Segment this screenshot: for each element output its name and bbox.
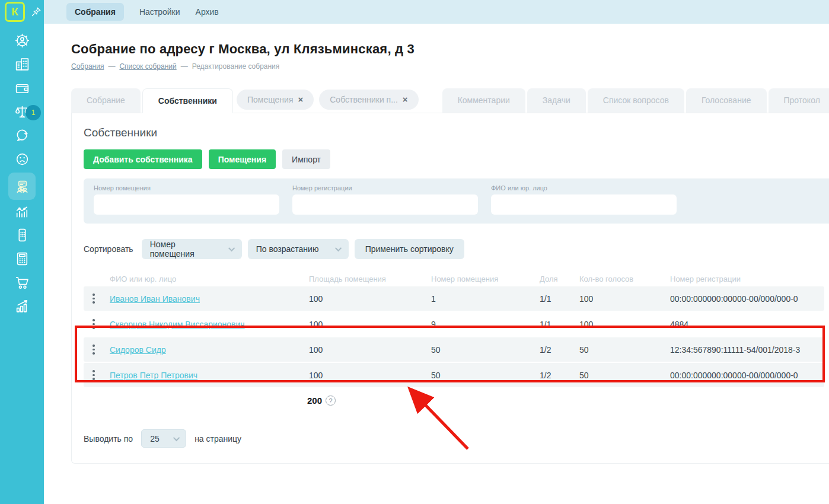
- table-row: Иванов Иван Иванович10011/110000:00:0000…: [84, 286, 824, 311]
- tab[interactable]: Голосование: [686, 88, 767, 113]
- filter-label: Номер регистрации: [292, 184, 478, 192]
- sidebar-item-building[interactable]: [0, 53, 44, 77]
- room-number-cell: 9: [431, 320, 540, 329]
- notification-badge: 1: [25, 105, 41, 120]
- help-icon[interactable]: ?: [326, 395, 336, 406]
- pin-icon[interactable]: [31, 7, 42, 17]
- tab-pill[interactable]: Собственники п...×: [319, 90, 418, 110]
- area-cell: 100: [309, 371, 431, 380]
- sidebar-item-calculator[interactable]: [0, 248, 44, 272]
- owner-name-link[interactable]: Сидоров Сидр: [110, 345, 166, 355]
- sort-field-value: Номер помещения: [150, 240, 221, 259]
- growth-icon: [14, 298, 30, 314]
- room-number-cell: 1: [431, 294, 540, 304]
- row-actions-cell: [84, 319, 110, 329]
- top-nav-item-active[interactable]: Собрания: [66, 3, 124, 21]
- sidebar-item-meeting[interactable]: [0, 172, 44, 200]
- secondary-action-button[interactable]: Импорт: [282, 149, 330, 169]
- kebab-menu-icon[interactable]: [93, 370, 98, 380]
- calculator-icon: [14, 251, 30, 267]
- sidebar-item-stats[interactable]: [0, 200, 44, 224]
- tab[interactable]: Протокол: [769, 88, 829, 113]
- sidebar-item-scales[interactable]: 1: [0, 101, 44, 125]
- filter-field: Номер помещения: [94, 184, 279, 224]
- sidebar-item-phone[interactable]: [0, 224, 44, 248]
- total-area-value: 200: [307, 395, 322, 406]
- meeting-icon: [14, 178, 30, 194]
- owner-name-link[interactable]: Петров Петр Петрович: [110, 371, 197, 380]
- kebab-menu-icon[interactable]: [93, 344, 98, 355]
- sidebar-item-cart[interactable]: [0, 272, 44, 295]
- per-page-select[interactable]: 25: [141, 429, 186, 448]
- sort-row: Сортировать Номер помещения По возрастан…: [84, 239, 829, 259]
- registration-number-cell: 12:34:567890:11111-54/001/2018-3: [670, 345, 824, 355]
- filter-field: Номер регистрации: [292, 184, 478, 224]
- filter-label: Номер помещения: [94, 184, 279, 192]
- close-icon[interactable]: ×: [298, 95, 303, 104]
- breadcrumb: Собрания—Список собраний—Редактирование …: [71, 62, 829, 71]
- sidebar-item-sad-face[interactable]: [0, 148, 44, 172]
- sidebar-item-settings-user[interactable]: [0, 30, 44, 53]
- sidebar-item-chat-add[interactable]: [0, 125, 44, 148]
- votes-cell: 100: [579, 294, 670, 304]
- close-icon[interactable]: ×: [403, 95, 408, 104]
- phone-icon: [14, 227, 30, 243]
- chevron-down-icon: [173, 434, 180, 441]
- sidebar: К 1: [0, 0, 44, 504]
- tab[interactable]: Собрание: [71, 88, 141, 113]
- row-actions-cell: [84, 344, 110, 355]
- sidebar-menu: 1: [0, 30, 44, 319]
- column-header: ФИО или юр. лицо: [110, 275, 309, 283]
- sort-direction-select[interactable]: По возрастанию: [248, 239, 349, 259]
- table-body: Иванов Иван Иванович10011/110000:00:0000…: [72, 286, 829, 387]
- filter-input[interactable]: [94, 194, 279, 215]
- breadcrumb-separator: —: [108, 62, 115, 71]
- breadcrumb-current: Редактирование собрания: [192, 62, 280, 71]
- app-logo[interactable]: К: [5, 2, 25, 22]
- table-row: Скворцов Никодим Виссарионович10091/1100…: [84, 312, 824, 336]
- tab-bar: СобраниеСобственникиПомещения×Собственни…: [71, 88, 829, 113]
- kebab-menu-icon[interactable]: [93, 319, 98, 329]
- primary-action-button[interactable]: Добавить собственника: [84, 149, 202, 169]
- total-row: 200 ?: [307, 395, 829, 406]
- filter-input[interactable]: [491, 194, 677, 215]
- area-cell: 100: [309, 294, 431, 304]
- tab-pill-label: Помещения: [247, 90, 294, 110]
- room-number-cell: 50: [431, 345, 540, 355]
- row-actions-cell: [84, 370, 110, 380]
- top-nav-item-link[interactable]: Настройки: [139, 7, 180, 17]
- primary-action-button[interactable]: Помещения: [209, 149, 276, 169]
- per-page-label-before: Выводить по: [84, 434, 133, 444]
- breadcrumb-link[interactable]: Собрания: [71, 62, 104, 71]
- kebab-menu-icon[interactable]: [93, 294, 98, 304]
- top-nav-item-link[interactable]: Архив: [196, 7, 219, 17]
- tab[interactable]: Задачи: [527, 88, 586, 113]
- building-icon: [14, 56, 30, 72]
- filter-panel: Номер помещенияНомер регистрацииФИО или …: [84, 178, 829, 224]
- tab[interactable]: Комментарии: [442, 88, 525, 113]
- tab[interactable]: Собственники: [142, 88, 233, 113]
- filter-input[interactable]: [292, 194, 478, 215]
- share-cell: 1/1: [540, 294, 579, 304]
- tab[interactable]: Список вопросов: [588, 88, 684, 113]
- table-row: Сидоров Сидр100501/25012:34:567890:11111…: [84, 337, 824, 362]
- owner-name-cell: Скворцов Никодим Виссарионович: [110, 320, 309, 329]
- owner-name-link[interactable]: Скворцов Никодим Виссарионович: [110, 320, 245, 329]
- owner-name-link[interactable]: Иванов Иван Иванович: [110, 294, 200, 304]
- chevron-down-icon: [335, 245, 342, 251]
- breadcrumb-link[interactable]: Список собраний: [119, 62, 176, 71]
- owners-panel: Собственники Добавить собственникаПомеще…: [71, 113, 829, 464]
- row-actions-cell: [84, 294, 110, 304]
- sidebar-item-wallet[interactable]: [0, 77, 44, 101]
- column-header: Кол-во голосов: [579, 275, 670, 283]
- main-content: Собрание по адресу г Москва, ул Клязьмин…: [44, 24, 829, 504]
- top-nav: СобранияНастройкиАрхив: [66, 3, 219, 21]
- top-bar: СобранияНастройкиАрхив: [44, 0, 829, 24]
- sort-field-select[interactable]: Номер помещения: [142, 239, 242, 259]
- registration-number-cell: 4884: [670, 320, 824, 329]
- sidebar-item-growth[interactable]: [0, 295, 44, 319]
- tab-pill[interactable]: Помещения×: [237, 90, 314, 110]
- apply-sort-button[interactable]: Применить сортировку: [355, 239, 464, 259]
- section-title: Собственники: [84, 126, 829, 139]
- share-cell: 1/1: [540, 320, 579, 329]
